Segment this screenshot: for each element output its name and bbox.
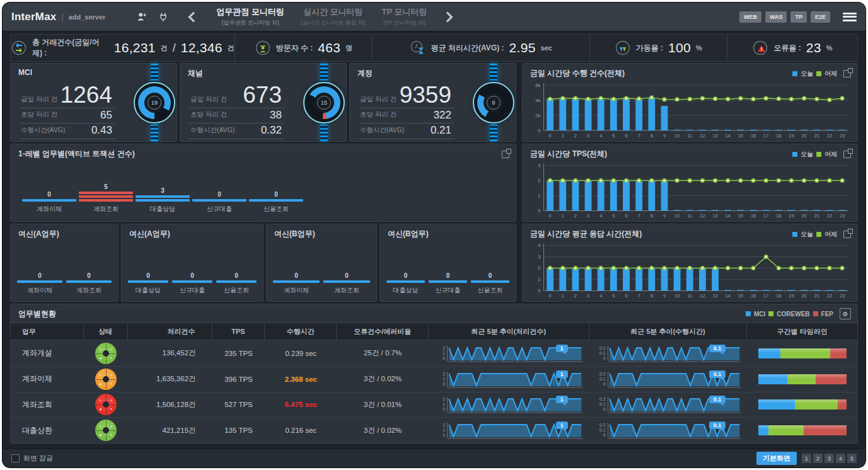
svg-text:4: 4 (599, 293, 602, 299)
svg-text:11: 11 (687, 213, 692, 219)
svg-text:17: 17 (763, 213, 768, 219)
page-button[interactable]: 3 (825, 454, 834, 463)
page-button[interactable]: 4 (836, 454, 845, 463)
table-row[interactable]: 계좌이체+×▴•1,635,362건396 TPS2.368 sec3건 / 0… (11, 367, 857, 393)
table-row[interactable]: 대출상환+×▴•421,215건135 TPS0.216 sec3건 / 0.0… (11, 418, 857, 443)
svg-text:10: 10 (674, 133, 680, 139)
tab-tp-monitoring[interactable]: TP 모니터링 [TP 모니터링 뷰] (382, 6, 427, 27)
timeline-bar (758, 425, 847, 435)
status-icon: +×▴• (95, 369, 117, 390)
screen-lock-label: 화면 잠금 (23, 454, 53, 463)
svg-text:3: 3 (587, 133, 589, 139)
chart-legend: 오늘어제 (792, 69, 837, 78)
svg-text:20: 20 (802, 293, 807, 299)
business-mini-item: 0계좌이체 (17, 272, 62, 295)
svg-text:22: 22 (827, 133, 832, 139)
user-add-icon[interactable] (136, 11, 148, 23)
svg-text:17: 17 (763, 133, 768, 139)
page-button[interactable]: 5 (847, 454, 857, 463)
svg-text:4: 4 (599, 133, 602, 139)
tabs-next-icon[interactable] (441, 11, 454, 23)
footer-bar: 화면 잠금 기본화면 1 2 3 4 5 (3, 449, 865, 467)
page-button[interactable]: 1 (802, 454, 811, 463)
table-row[interactable]: 계좌조회+×▴•1,506,128건527 TPS6.475 sec3건 / 0… (11, 393, 857, 418)
mci-gauge: 19 (134, 82, 175, 123)
svg-text:2: 2 (574, 213, 577, 219)
tab-business-monitoring[interactable]: 업무관점 모니터링 [업무관점 모니터링 뷰] (216, 6, 284, 27)
menu-icon[interactable] (843, 13, 857, 21)
spark-axis: 210 (434, 397, 448, 412)
trend-badge: 1 (556, 370, 568, 378)
active-tx-item: 5계좌조회 (79, 183, 133, 214)
svg-text:1: 1 (562, 293, 564, 299)
business-mini-item: 0계좌조회 (66, 272, 112, 295)
error-icon (752, 40, 768, 56)
page-button[interactable]: 2 (813, 454, 823, 463)
gauge-card-account: 계정 금일 처리 건9359 초당 처리 건322 수행시간(AVG)0.21 … (349, 63, 516, 142)
screen-lock-checkbox[interactable] (11, 454, 20, 462)
chart-panel-hourly-tps: 금일 시간당 TPS(전체) 오늘어제 01230123456789101112… (522, 144, 858, 222)
small-card-yeosin-b1: 여신(B업무) 0계좌이체0계좌조회 (266, 224, 377, 302)
svg-text:22: 22 (827, 213, 832, 219)
visitors-icon (255, 40, 271, 56)
svg-text:5: 5 (612, 213, 615, 219)
tabs-prev-icon[interactable] (187, 11, 200, 23)
trend-badge: 0.1 (709, 421, 726, 429)
svg-text:1: 1 (562, 213, 564, 219)
svg-text:8: 8 (651, 133, 653, 139)
top-bar: InterMax | add_server 업무관점 모니터링 [업무관점 모니… (3, 3, 865, 32)
main-grid: MCI 금일 처리 건1264 초당 처리 건65 수행시간(AVG)0.43 … (10, 63, 858, 447)
card-title: MCI (18, 68, 32, 77)
svg-text:0: 0 (538, 208, 541, 214)
svg-text:9: 9 (663, 293, 666, 299)
active-transactions-panel: 1-레벨 업무별(액티브 트잭션 건수) 0계좌이체5계좌조회3대출상담0신규대… (10, 144, 516, 222)
gear-icon[interactable]: ⚙ (840, 308, 851, 319)
spark-axis: 210 (434, 372, 448, 387)
tab-realtime-monitoring[interactable]: 실시간 모니터링 [실시간 모니터링 통합 뷰] (301, 6, 366, 27)
server-name: add_server (69, 13, 106, 21)
avg-time-icon (410, 40, 426, 56)
was-button[interactable]: WAS (765, 11, 787, 23)
trend-badge: 1 (556, 345, 568, 352)
svg-text:4: 4 (538, 243, 541, 248)
popup-icon[interactable] (843, 231, 851, 238)
table-row[interactable]: 계좌개설+×▴•136,452건235 TPS0.239 sec25건 / 0.… (11, 341, 857, 367)
kpi-uptime: 가동율 : 100% (589, 35, 727, 61)
svg-text:16: 16 (751, 293, 756, 299)
status-icon: +×▴• (95, 343, 117, 364)
svg-text:3: 3 (538, 163, 541, 168)
svg-text:7: 7 (638, 213, 640, 219)
active-tx-item: 0신규대출 (192, 191, 246, 214)
chart-panel-hourly-response: 금일 시간당 평균 응답 시간(전체) 오늘어제 012340123456789… (522, 224, 858, 302)
table-legend: MCI COREWEB FEP (746, 311, 833, 318)
business-mini-item: 0계좌이체 (273, 272, 320, 295)
default-screen-button[interactable]: 기본화면 (756, 452, 797, 465)
tp-button[interactable]: TP (790, 11, 807, 23)
svg-text:1: 1 (538, 277, 540, 282)
svg-text:7: 7 (638, 133, 640, 139)
svg-text:14: 14 (726, 133, 731, 139)
business-mini-item: 0대출상담 (386, 272, 425, 295)
plug-icon[interactable] (157, 11, 170, 23)
active-tx-item: 0신용조회 (249, 191, 303, 214)
small-card-yeosin-b2: 여신(B업무) 0대출상담0신규대출0신용조회 (379, 224, 516, 302)
svg-text:4k: 4k (535, 98, 540, 103)
popup-icon[interactable] (843, 70, 851, 77)
svg-text:19: 19 (789, 293, 794, 299)
kpi-total-transactions: 총 거래건수(금일/어제) : 16,231건 / 12,346건 (11, 35, 234, 61)
svg-text:1: 1 (562, 133, 564, 139)
svg-text:20: 20 (802, 133, 807, 139)
svg-text:0: 0 (538, 288, 541, 294)
web-button[interactable]: WEB (739, 11, 761, 23)
svg-text:6: 6 (625, 213, 627, 219)
e2e-button[interactable]: E2E (811, 11, 830, 23)
spark-axis: 0.20.10 (594, 372, 608, 387)
hourly-response-chart: 0123401234567891011121314151617181920212… (525, 241, 855, 300)
popup-icon[interactable] (502, 151, 509, 158)
svg-text:15: 15 (738, 213, 743, 219)
active-tx-item: 0계좌이체 (22, 191, 76, 214)
popup-icon[interactable] (843, 151, 851, 158)
svg-text:15: 15 (738, 293, 743, 299)
card-title: 채널 (188, 68, 203, 79)
transactions-icon (11, 40, 27, 56)
